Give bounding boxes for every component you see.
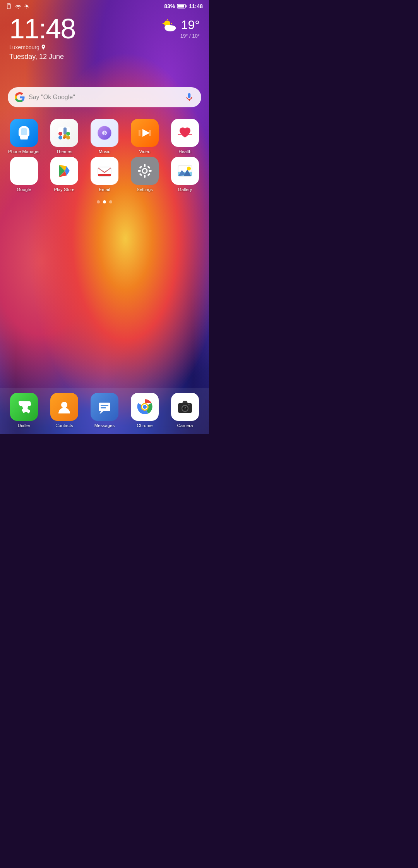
messages-icon [97,400,112,414]
svg-point-27 [58,136,62,140]
app-settings[interactable]: Settings [126,157,163,192]
svg-rect-60 [101,407,106,408]
clock-time: 11:48 [9,15,75,43]
search-area: Say "Ok Google" [0,87,209,107]
wifi-icon [15,3,22,9]
svg-point-71 [188,404,190,405]
contacts-icon [57,400,72,414]
play-store-icon [56,162,73,179]
svg-point-25 [63,136,66,139]
email-icon [96,162,113,179]
svg-point-65 [143,405,147,409]
battery-percent: 83% [164,3,175,9]
weather-area: 19° 19° / 10° [159,15,200,39]
app-email[interactable]: Email [86,157,123,192]
weather-icon [159,18,179,32]
sd-icon [6,3,12,9]
app-health[interactable]: Health [166,119,204,154]
dialler-icon [17,400,31,414]
app-phone-manager[interactable]: Phone Manager [5,119,43,154]
weather-temp: 19° [181,18,200,32]
app-google-label: Google [17,187,31,192]
svg-rect-0 [7,3,10,9]
dock-dialler-label: Dialler [18,423,31,428]
svg-text:♪: ♪ [103,129,106,136]
status-bar: 83% 11:48 [0,0,209,11]
dock-chrome-label: Chrome [137,423,153,428]
clock-location: Luxembourg [9,44,75,50]
svg-rect-45 [144,175,146,178]
health-icon [176,124,194,141]
svg-line-7 [28,8,29,8]
svg-point-57 [61,402,67,408]
search-bar[interactable]: Say "Ok Google" [8,87,201,107]
page-dot-2[interactable] [103,200,106,203]
svg-point-56 [187,167,191,170]
video-icon [136,124,153,141]
app-gallery[interactable]: Gallery [166,157,204,192]
svg-rect-12 [178,5,184,8]
svg-rect-11 [186,5,187,7]
svg-rect-47 [149,170,152,172]
svg-point-20 [170,26,176,30]
app-phone-manager-label: Phone Manager [8,149,40,154]
phone-manager-icon [16,124,32,141]
dock-camera-label: Camera [177,423,193,428]
clock-area: 11:48 Luxembourg Tuesday, 12 June [9,15,75,61]
svg-point-28 [66,132,70,136]
dock-chrome[interactable]: Chrome [126,393,163,428]
svg-point-29 [66,136,70,140]
dock-dialler[interactable]: Dialler [5,393,43,428]
status-right-info: 83% 11:48 [164,3,203,9]
page-dot-1[interactable] [97,200,100,203]
app-music[interactable]: ♪ Music [86,119,123,154]
brightness-icon [24,3,29,9]
music-icon: ♪ [96,124,113,141]
svg-rect-46 [138,170,141,172]
search-placeholder: Say "Ok Google" [29,94,180,101]
app-grid: Phone Manager Themes [0,107,209,196]
app-gallery-label: Gallery [178,187,192,192]
location-pin-icon [41,45,46,50]
svg-rect-44 [144,164,146,167]
dock-messages-label: Messages [94,423,115,428]
status-left-icons [6,3,29,9]
svg-line-6 [25,4,25,5]
weather-range: 19° / 10° [159,33,200,39]
app-health-label: Health [178,149,191,154]
app-google[interactable]: Google [5,157,43,192]
svg-marker-61 [99,411,103,414]
clock-date: Tuesday, 12 June [9,53,75,61]
svg-rect-34 [139,130,140,136]
dock-contacts[interactable]: Contacts [46,393,83,428]
svg-rect-21 [21,128,27,135]
dock-camera[interactable]: Camera [166,393,204,428]
app-themes[interactable]: Themes [46,119,83,154]
dock-messages[interactable]: Messages [86,393,123,428]
gallery-icon [176,162,194,179]
status-time: 11:48 [189,3,203,9]
mic-icon[interactable] [184,92,194,102]
dock-contacts-label: Contacts [55,423,73,428]
svg-marker-36 [142,129,150,137]
svg-rect-58 [99,403,110,411]
settings-icon [136,162,153,179]
app-video[interactable]: Video [126,119,163,154]
svg-point-70 [185,407,186,408]
clock-weather-section: 11:48 Luxembourg Tuesday, 12 June [0,11,209,64]
chrome-icon [136,398,153,415]
svg-rect-59 [101,405,108,406]
svg-point-26 [58,132,62,136]
google-logo-icon [15,92,25,102]
app-play-store-label: Play Store [54,187,74,192]
dock: Dialler Contacts Messages [0,388,209,434]
page-dot-3[interactable] [109,200,112,203]
app-themes-label: Themes [56,149,72,154]
themes-icon [56,124,73,141]
app-play-store[interactable]: Play Store [46,157,83,192]
app-music-label: Music [99,149,110,154]
camera-icon [176,398,194,415]
svg-rect-39 [98,174,111,176]
page-dots [0,196,209,207]
app-email-label: Email [99,187,110,192]
